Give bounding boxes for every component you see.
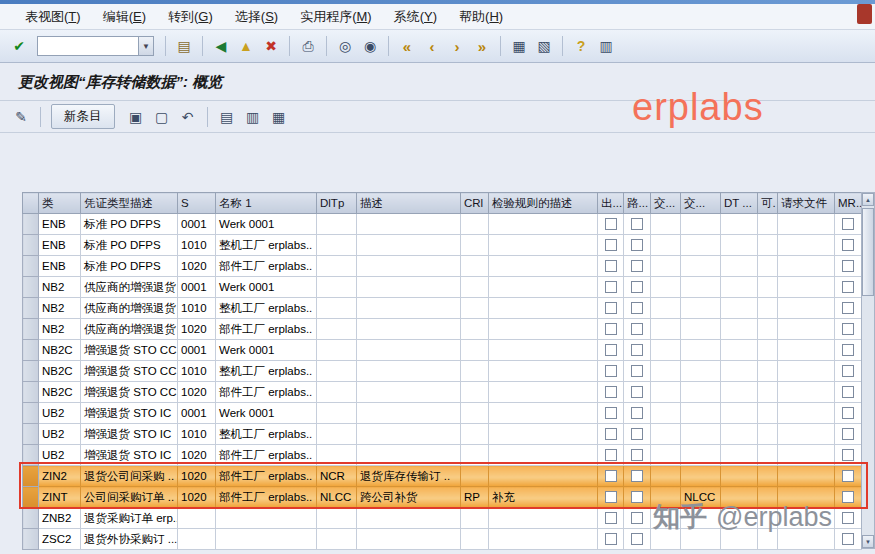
cell-jiao1[interactable] (651, 424, 681, 445)
cell-jiao1[interactable] (651, 277, 681, 298)
cell-req[interactable] (778, 382, 835, 403)
cell-req[interactable] (778, 235, 835, 256)
cell-type[interactable]: NB2 (39, 277, 81, 298)
cell-type[interactable]: ENB (39, 256, 81, 277)
checkbox-chk_route[interactable] (631, 365, 643, 377)
select-all-icon[interactable]: ▤ (216, 106, 238, 128)
cell-dt[interactable] (721, 361, 758, 382)
cell-jiao2[interactable] (681, 424, 721, 445)
cell-rule_desc[interactable] (489, 445, 598, 466)
row-selector[interactable] (23, 277, 39, 298)
cell-jiao2[interactable] (681, 214, 721, 235)
cell-rule_desc[interactable] (489, 403, 598, 424)
enter-icon[interactable]: ✔ (8, 35, 30, 57)
new-entries-button[interactable]: 新条目 (51, 104, 115, 129)
row-selector[interactable] (23, 235, 39, 256)
cell-dltp[interactable] (317, 298, 357, 319)
cell-type[interactable]: NB2C (39, 361, 81, 382)
cell-type_desc[interactable]: 标准 PO DFPS (81, 235, 178, 256)
cell-dltp_desc[interactable]: 退货库存传输订 .. (357, 466, 461, 487)
cell-type[interactable]: ZNB2 (39, 508, 81, 529)
cell-ke[interactable] (758, 235, 778, 256)
cell-s[interactable]: 0001 (178, 340, 216, 361)
cell-s[interactable]: 1010 (178, 298, 216, 319)
cell-req[interactable] (778, 340, 835, 361)
column-header-type[interactable]: 类 (39, 193, 81, 214)
cell-dt[interactable] (721, 277, 758, 298)
checkbox-chk_route[interactable] (631, 533, 643, 545)
column-header-dltp[interactable]: DlTp (317, 193, 357, 214)
cell-type_desc[interactable]: 公司间采购订单 .. (81, 487, 178, 508)
cell-req[interactable] (778, 403, 835, 424)
column-header-chk_route[interactable]: 路... (624, 193, 651, 214)
checkbox-chk_mr[interactable] (842, 218, 854, 230)
cell-dltp_desc[interactable] (357, 382, 461, 403)
row-selector[interactable] (23, 424, 39, 445)
checkbox-chk_mr[interactable] (842, 533, 854, 545)
command-dropdown-icon[interactable]: ▼ (138, 37, 153, 55)
cell-jiao1[interactable] (651, 361, 681, 382)
save-icon[interactable]: ▤ (173, 35, 195, 57)
checkbox-chk_route[interactable] (631, 386, 643, 398)
checkbox-chk_mr[interactable] (842, 302, 854, 314)
delete-icon[interactable]: ▢ (151, 106, 173, 128)
checkbox-chk_out[interactable] (605, 239, 617, 251)
checkbox-chk_route[interactable] (631, 218, 643, 230)
column-header-jiao2[interactable]: 交... (681, 193, 721, 214)
cell-dltp_desc[interactable] (357, 277, 461, 298)
row-selector[interactable] (23, 382, 39, 403)
cell-rule_desc[interactable] (489, 382, 598, 403)
cell-jiao2[interactable] (681, 382, 721, 403)
checkbox-chk_route[interactable] (631, 491, 643, 503)
cell-dltp_desc[interactable] (357, 424, 461, 445)
cell-type[interactable]: NB2 (39, 298, 81, 319)
column-header-s[interactable]: S (178, 193, 216, 214)
print-icon[interactable]: ⎙ (297, 35, 319, 57)
cell-ke[interactable] (758, 403, 778, 424)
cell-name1[interactable]: 整机工厂 erplabs.. (216, 424, 317, 445)
cell-dltp_desc[interactable] (357, 340, 461, 361)
checkbox-chk_route[interactable] (631, 323, 643, 335)
cell-name1[interactable]: 部件工厂 erplabs.. (216, 487, 317, 508)
cell-s[interactable]: 1010 (178, 235, 216, 256)
menu-item-S[interactable]: 选择(S) (226, 5, 287, 29)
scroll-down-button[interactable]: ▼ (862, 535, 874, 548)
cell-type_desc[interactable]: 增强退货 STO CC (81, 340, 178, 361)
vertical-scrollbar[interactable]: ▲ ▼ (861, 192, 875, 549)
cell-dt[interactable] (721, 382, 758, 403)
checkbox-chk_mr[interactable] (842, 512, 854, 524)
cell-dltp[interactable] (317, 277, 357, 298)
checkbox-chk_out[interactable] (605, 281, 617, 293)
cell-s[interactable]: 1020 (178, 466, 216, 487)
cell-dt[interactable] (721, 298, 758, 319)
deselect-all-icon[interactable]: ▦ (268, 106, 290, 128)
cell-dltp_desc[interactable] (357, 445, 461, 466)
menu-item-G[interactable]: 转到(G) (159, 5, 222, 29)
row-selector[interactable] (23, 508, 39, 529)
cell-crl[interactable] (461, 361, 489, 382)
checkbox-chk_out[interactable] (605, 449, 617, 461)
cell-dltp_desc[interactable] (357, 214, 461, 235)
cell-name1[interactable]: 整机工厂 erplabs.. (216, 298, 317, 319)
row-selector[interactable] (23, 298, 39, 319)
cell-jiao2[interactable] (681, 298, 721, 319)
cell-jiao1[interactable] (651, 340, 681, 361)
cell-dltp[interactable] (317, 403, 357, 424)
cell-dltp_desc[interactable] (357, 508, 461, 529)
checkbox-chk_route[interactable] (631, 470, 643, 482)
command-input[interactable] (38, 37, 138, 55)
checkbox-chk_mr[interactable] (842, 239, 854, 251)
checkbox-chk_route[interactable] (631, 428, 643, 440)
cell-jiao2[interactable] (681, 466, 721, 487)
cell-ke[interactable] (758, 214, 778, 235)
checkbox-chk_route[interactable] (631, 407, 643, 419)
cell-type[interactable]: UB2 (39, 424, 81, 445)
cell-req[interactable] (778, 361, 835, 382)
checkbox-chk_out[interactable] (605, 386, 617, 398)
cell-dt[interactable] (721, 214, 758, 235)
cell-name1[interactable]: 整机工厂 erplabs.. (216, 235, 317, 256)
cell-dltp[interactable] (317, 235, 357, 256)
checkbox-chk_out[interactable] (605, 533, 617, 545)
cell-dt[interactable] (721, 256, 758, 277)
cell-rule_desc[interactable]: 补充 (489, 487, 598, 508)
